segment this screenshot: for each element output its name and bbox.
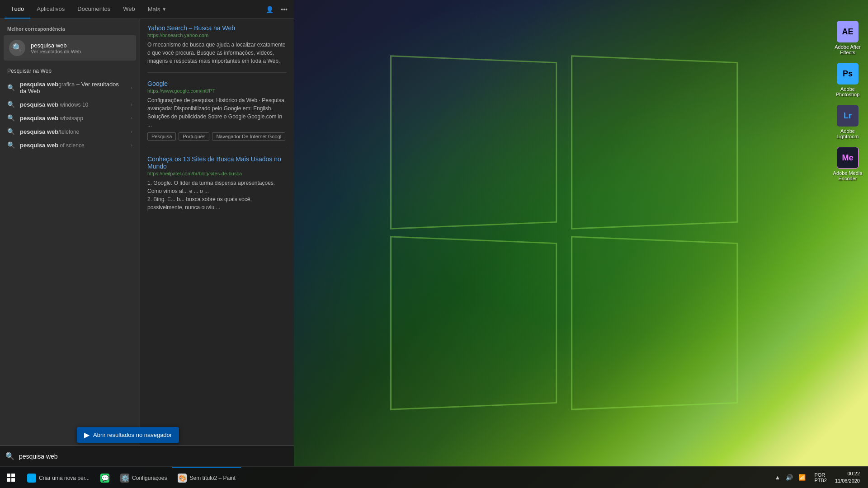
taskbar-time: 00:22: [847, 470, 860, 477]
icon-ps-label: Adobe Photoshop: [831, 86, 864, 97]
tab-mais[interactable]: Mais ▼: [142, 0, 173, 18]
sugg-icon-2: 🔍: [7, 114, 15, 122]
search-user-btn[interactable]: 👤: [264, 4, 275, 15]
result-google-title[interactable]: Google: [147, 80, 287, 87]
suggestion-0[interactable]: 🔍 pesquisa webgrafica – Ver resultados d…: [0, 78, 140, 98]
taskbar-settings-label: Configurações: [132, 475, 167, 481]
taskbar-right: ▲ 🔊 📶 POR PTB2 00:22 11/06/2020: [770, 467, 868, 488]
result-google: Google https://www.google.com/intl/PT Co…: [147, 80, 287, 148]
taskbar-paint-icon: 🎨: [178, 474, 187, 483]
icon-adobe-ps[interactable]: Ps Adobe Photoshop: [830, 60, 866, 100]
taskbar-date: 11/06/2020: [835, 478, 860, 484]
best-match-primary: pesquisa web: [31, 42, 81, 49]
search-more-btn[interactable]: •••: [279, 4, 289, 15]
sugg-icon-0: 🔍: [7, 84, 15, 91]
sugg-icon-3: 🔍: [7, 128, 15, 135]
tab-web[interactable]: Web: [117, 0, 142, 19]
search-left-panel: Melhor correspondência 🔍 pesquisa web Ve…: [0, 19, 140, 446]
taskbar: 🌐 Criar uma nova per... 💬 ⚙️ Configuraçõ…: [0, 466, 868, 488]
browser-btn-icon: ▶: [84, 431, 90, 439]
taskbar-lang-code: POR: [814, 472, 827, 478]
search-right-panel: Yahoo Search – Busca na Web https://br.s…: [140, 19, 294, 446]
suggestion-3[interactable]: 🔍 pesquisa web/telefone ›: [0, 125, 140, 138]
sugg-text-4: pesquisa web of science: [20, 142, 126, 149]
suggestion-1[interactable]: 🔍 pesquisa web windows 10 ›: [0, 98, 140, 111]
taskbar-tray: ▲ 🔊 📶: [770, 467, 811, 488]
result-tag-portugues[interactable]: Português: [179, 132, 209, 141]
result-yahoo-url: https://br.search.yahoo.com: [147, 33, 287, 38]
sugg-arrow-0: ›: [131, 85, 132, 90]
result-yahoo-desc: O mecanismo de busca que ajuda a localiz…: [147, 41, 287, 65]
icon-adobe-lr[interactable]: Lr Adobe Lightroom: [830, 102, 866, 142]
suggestion-4[interactable]: 🔍 pesquisa web of science ›: [0, 138, 140, 152]
taskbar-item-settings[interactable]: ⚙️ Configurações: [115, 467, 172, 488]
svg-rect-2: [7, 478, 10, 482]
sugg-text-1: pesquisa web windows 10: [20, 101, 126, 108]
search-content: Melhor correspondência 🔍 pesquisa web Ve…: [0, 19, 294, 446]
search-input[interactable]: [19, 453, 288, 460]
icon-ame-img: Me: [837, 147, 859, 169]
taskbar-item-whatsapp[interactable]: 💬: [95, 467, 115, 488]
best-match-secondary: Ver resultados da Web: [31, 49, 81, 54]
taskbar-item-paint[interactable]: 🎨 Sem título2 – Paint: [172, 467, 241, 488]
tray-chevron-icon[interactable]: ▲: [774, 474, 782, 481]
taskbar-language[interactable]: POR PTB2: [811, 472, 830, 483]
search-na-web-label: Pesquisar na Web: [0, 66, 140, 78]
result-neilpatel-title[interactable]: Conheça os 13 Sites de Busca Mais Usados…: [147, 155, 287, 170]
tray-volume-icon[interactable]: 🔊: [784, 474, 794, 481]
tab-documentos[interactable]: Documentos: [71, 0, 117, 19]
sugg-arrow-3: ›: [131, 129, 132, 134]
win-logo-background: [371, 36, 778, 443]
sugg-arrow-2: ›: [131, 115, 132, 121]
result-yahoo-title[interactable]: Yahoo Search – Busca na Web: [147, 24, 287, 32]
best-match-icon: 🔍: [9, 40, 25, 56]
result-google-desc: Configurações de pesquisa; Histórico da …: [147, 96, 287, 129]
tab-aplicativos[interactable]: Aplicativos: [30, 0, 71, 19]
icon-adobe-ame[interactable]: Me Adobe Media Encoder: [830, 144, 866, 184]
browser-btn-label: Abrir resultados no navegador: [93, 432, 172, 438]
best-match-item[interactable]: 🔍 pesquisa web Ver resultados da Web: [4, 35, 136, 61]
search-tabs: Tudo Aplicativos Documentos Web Mais ▼ 👤…: [0, 0, 294, 19]
icon-lr-label: Adobe Lightroom: [831, 128, 864, 139]
taskbar-edge-label: Criar uma nova per...: [39, 475, 90, 481]
svg-rect-1: [11, 474, 15, 477]
svg-rect-0: [7, 474, 10, 477]
taskbar-item-edge[interactable]: 🌐 Criar uma nova per...: [22, 467, 95, 488]
result-neilpatel: Conheça os 13 Sites de Busca Mais Usados…: [147, 155, 287, 219]
sugg-text-3: pesquisa web/telefone: [20, 128, 126, 135]
icon-ps-img: Ps: [837, 63, 859, 84]
suggestion-2[interactable]: 🔍 pesquisa web whatsapp ›: [0, 111, 140, 125]
result-neilpatel-desc: 1. Google. O líder da turma dispensa apr…: [147, 179, 287, 211]
sugg-arrow-4: ›: [131, 142, 132, 148]
svg-rect-3: [11, 478, 15, 482]
result-yahoo: Yahoo Search – Busca na Web https://br.s…: [147, 24, 287, 73]
open-browser-button[interactable]: ▶ Abrir resultados no navegador: [77, 427, 179, 443]
result-tag-pesquisa[interactable]: Pesquisa: [147, 132, 176, 141]
search-bar: 🔍: [0, 446, 294, 466]
icon-ame-label: Adobe Media Encoder: [831, 170, 864, 181]
result-google-tags: Pesquisa Português Navegador De Internet…: [147, 132, 287, 141]
icon-ae-img: AE: [837, 21, 859, 42]
best-match-text: pesquisa web Ver resultados da Web: [31, 42, 81, 54]
taskbar-whatsapp-icon: 💬: [100, 474, 109, 483]
sugg-icon-1: 🔍: [7, 101, 15, 108]
search-actions: 👤 •••: [264, 4, 289, 15]
tab-tudo[interactable]: Tudo: [5, 0, 30, 19]
search-bar-icon: 🔍: [5, 452, 14, 460]
taskbar-settings-icon: ⚙️: [120, 474, 129, 483]
taskbar-start-button[interactable]: [0, 467, 22, 488]
icon-adobe-ae[interactable]: AE Adobe After Effects: [830, 18, 866, 58]
icon-lr-img: Lr: [837, 105, 859, 127]
sugg-arrow-1: ›: [131, 102, 132, 107]
tray-network-icon[interactable]: 📶: [797, 474, 807, 481]
best-match-label: Melhor correspondência: [0, 24, 140, 35]
result-google-url: https://www.google.com/intl/PT: [147, 88, 287, 94]
taskbar-clock[interactable]: 00:22 11/06/2020: [830, 470, 864, 484]
show-desktop-button[interactable]: [864, 467, 868, 488]
windows-logo-icon: [7, 474, 15, 482]
search-overlay: Tudo Aplicativos Documentos Web Mais ▼ 👤…: [0, 0, 294, 446]
icon-ae-label: Adobe After Effects: [831, 44, 864, 55]
result-tag-navegador[interactable]: Navegador De Internet Googl: [212, 132, 285, 141]
sugg-text-2: pesquisa web whatsapp: [20, 115, 126, 122]
taskbar-edge-icon: 🌐: [27, 474, 36, 483]
